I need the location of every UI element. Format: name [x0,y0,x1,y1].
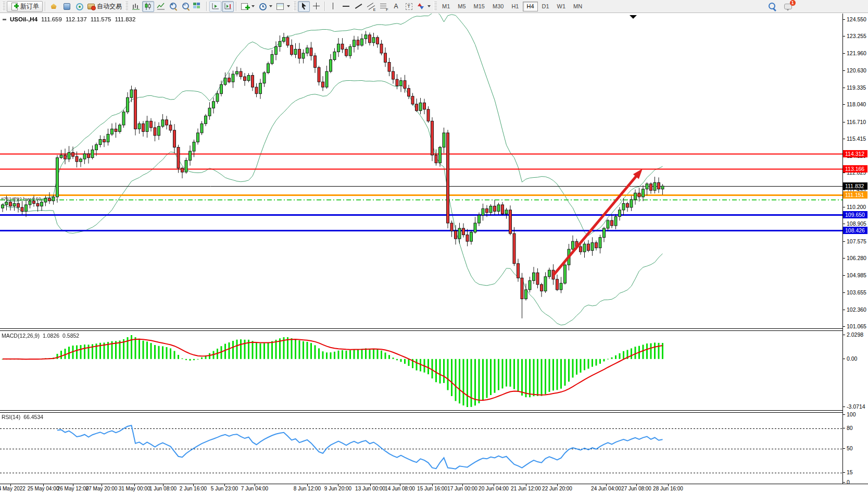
horizontal-line-button[interactable] [340,1,352,12]
arrows-button[interactable] [415,1,432,12]
time-axis-tick [338,484,338,486]
text-label-button[interactable]: T [402,1,414,12]
crosshair-button[interactable] [310,1,322,12]
signals-button[interactable] [73,1,85,12]
time-axis-tick [43,484,44,486]
price-tick-label: 116.710 [843,119,867,125]
price-tick-label: 107.575 [843,238,867,244]
price-tag: 114.312 [843,150,867,157]
zoom-out-icon: − [182,2,190,10]
pouch-icon [50,2,58,10]
tf-m30-button[interactable]: M30 [489,2,507,11]
profiles-button[interactable] [60,1,72,12]
chart-shift-button[interactable] [222,1,234,12]
toolbar-grip[interactable] [293,2,296,11]
new-order-button[interactable]: 新订单 [7,1,43,12]
rsi-scale-label: 80 [843,425,867,431]
time-axis-label: 8 Jun 12:00 [294,486,321,491]
time-axis-label: 22 Jun 20:00 [542,486,572,491]
rsi-chart-canvas[interactable] [0,413,842,483]
time-axis-tick [557,484,558,486]
chevron-down-icon [427,5,431,7]
time-axis-tick [400,484,400,486]
time-axis-tick [307,484,308,486]
ohlc-low: 111.575 [91,16,111,22]
time-axis-tick [432,484,433,486]
pane-separator[interactable] [0,410,842,413]
time-axis-label: 31 May 00:00 [119,486,150,491]
line-chart-button[interactable] [155,1,167,12]
cursor-button[interactable] [298,1,310,12]
vertical-line-button[interactable] [328,1,339,12]
chart-title-line: USOil-,H4 111.659 112.137 111.575 111.83… [3,16,135,22]
chevron-down-icon [269,5,272,7]
pane-separator[interactable] [0,328,842,331]
price-tick-label: 102.360 [843,306,867,313]
clock-icon [258,2,267,10]
market-watch-button[interactable] [48,1,60,12]
macd-chart-canvas[interactable] [0,331,842,410]
tf-h4-button[interactable]: H4 [523,2,537,11]
chart-shift-icon [224,2,232,10]
price-chart-canvas[interactable] [0,14,842,328]
signal-icon [75,2,83,10]
tf-w1-button[interactable]: W1 [553,2,570,11]
search-button[interactable] [766,1,778,12]
time-axis-tick [526,484,526,486]
fibonacci-button[interactable]: F [378,1,389,12]
price-tick-label: 108.905 [843,220,867,227]
candlestick-chart-button[interactable] [142,1,154,12]
auto-trading-button[interactable]: 自动交易 [85,1,123,12]
time-axis-label: 13 Jun 00:00 [355,486,385,491]
zoom-in-button[interactable]: + [167,1,179,12]
periods-button[interactable] [257,1,274,12]
macd-scale-label: -3.0714 [843,403,867,410]
time-axis-tick [163,484,163,486]
price-tick-label: 115.415 [843,136,867,142]
equidistant-channel-button[interactable]: E [365,1,377,12]
vertical-line-icon [330,2,338,10]
toolbar-separator [324,2,325,11]
time-axis-tick [102,484,102,486]
notifications-button[interactable]: 1 [782,1,794,12]
time-axis-tick [462,484,463,486]
time-axis-label: 26 May 12:00 [57,486,89,491]
time-axis-label: 9 Jun 20:00 [324,486,351,491]
rsi-scale-label: 100 [843,411,867,417]
time-axis-label: 27 May 20:00 [86,486,118,491]
price-tick-label: 123.255 [843,33,867,39]
rsi-label: RSI(14)66.4534 [2,414,43,420]
tf-mn-button[interactable]: MN [570,2,586,11]
trendline-button[interactable] [353,1,364,12]
bar-chart-button[interactable] [130,1,142,12]
tf-m5-button[interactable]: M5 [454,2,469,11]
tile-windows-button[interactable] [192,1,204,12]
time-axis-tick [255,484,255,486]
tf-m1-button[interactable]: M1 [438,2,454,11]
price-tag: 109.650 [843,211,867,218]
templates-button[interactable] [274,1,292,12]
price-tag: 108.426 [843,227,867,234]
toolbar-grip[interactable] [125,2,128,11]
toolbar-separator [206,2,207,11]
tf-m15-button[interactable]: M15 [470,2,488,11]
chevron-down-icon [287,5,290,7]
indicators-button[interactable] [239,1,256,12]
ohlc-open: 111.659 [41,16,62,22]
price-axis[interactable]: 124.550123.255121.960120.630119.335118.0… [843,14,868,484]
toolbar-grip[interactable] [2,2,5,11]
object-marker-icon [3,19,6,20]
price-tick-label: 118.040 [843,101,867,107]
text-button[interactable]: A [390,1,402,12]
price-tag: 111.832 [843,182,867,190]
auto-scroll-button[interactable] [209,1,221,12]
toolbar-grip[interactable] [434,2,437,11]
cursor-icon [300,2,308,10]
time-axis-tick [370,484,371,486]
price-tick-label: 119.335 [843,84,867,91]
zoom-out-button[interactable]: − [180,1,192,12]
price-tag: 113.166 [843,165,867,173]
tf-h1-button[interactable]: H1 [508,2,522,11]
time-axis[interactable]: 24 May 202225 May 04:0026 May 12:0027 Ma… [0,484,868,492]
tf-d1-button[interactable]: D1 [538,2,553,11]
